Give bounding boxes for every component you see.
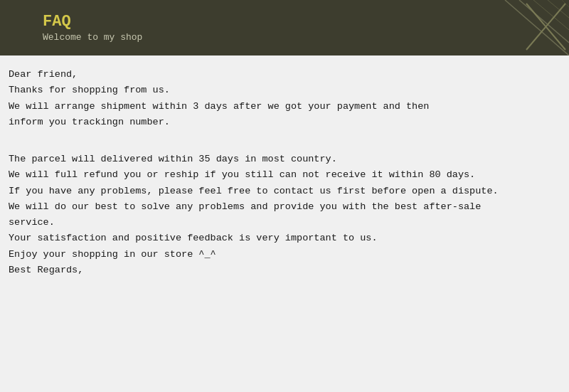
svg-line-1 bbox=[519, 0, 569, 43]
greeting: Dear friend, bbox=[9, 67, 560, 83]
header-subtitle: Welcome to my shop bbox=[43, 32, 142, 43]
page-header: FAQ Welcome to my shop bbox=[0, 0, 569, 55]
faq-content: Dear friend, Thanks for shopping from us… bbox=[0, 55, 569, 290]
header-text: FAQ Welcome to my shop bbox=[43, 13, 142, 43]
shipment-line1: We will arrange shipment within 3 days a… bbox=[9, 99, 560, 115]
enjoy-line: Enjoy your shopping in our store ^_^ bbox=[9, 247, 560, 263]
svg-line-2 bbox=[533, 0, 569, 30]
regards-line: Best Regards, bbox=[9, 263, 560, 278]
thanks-line: Thanks for shopping from us. bbox=[9, 83, 560, 98]
svg-line-3 bbox=[548, 0, 569, 18]
best-effort-line1: We will do our best to solve any problem… bbox=[9, 199, 560, 215]
spacer bbox=[9, 130, 560, 152]
header-title: FAQ bbox=[43, 13, 142, 31]
contact-line: If you have any problems, please feel fr… bbox=[9, 184, 560, 199]
refund-line: We will full refund you or reship if you… bbox=[9, 167, 560, 183]
satisfaction-line: Your satisfaction and positive feedback … bbox=[9, 231, 560, 246]
delivery-line: The parcel will delivered within 35 days… bbox=[9, 152, 560, 167]
svg-line-0 bbox=[505, 0, 569, 55]
header-decoration-icon bbox=[441, 0, 569, 55]
best-effort-line2: service. bbox=[9, 215, 560, 231]
shipment-line2: inform you trackingn number. bbox=[9, 115, 560, 130]
